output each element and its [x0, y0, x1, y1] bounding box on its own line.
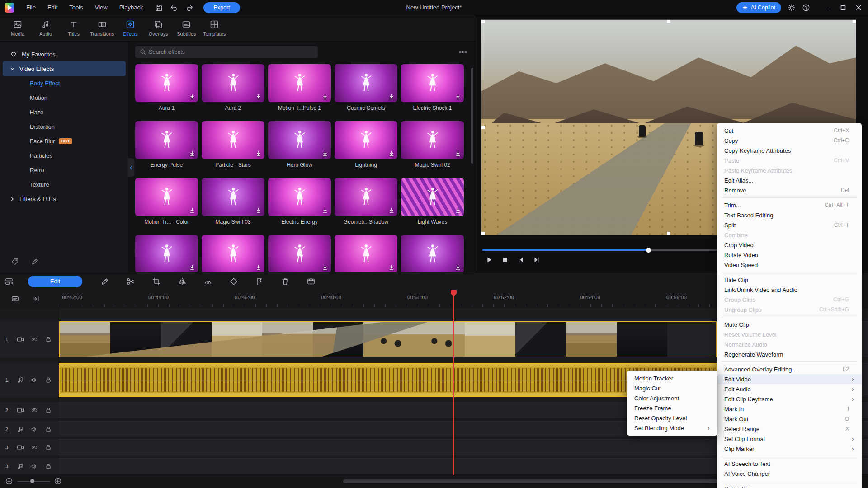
lock-icon[interactable]	[45, 463, 52, 470]
tab-audio[interactable]: Audio	[32, 20, 60, 37]
context-menu-item[interactable]: Combine	[717, 230, 862, 240]
minimize-button[interactable]	[821, 2, 835, 14]
context-menu-item[interactable]: Paste Ctrl+V	[717, 155, 862, 165]
selection-handle[interactable]	[667, 232, 670, 235]
context-menu-item[interactable]: Regenerate Waveform	[717, 349, 862, 359]
context-menu-item[interactable]: AI Voice Changer	[717, 469, 862, 479]
next-frame-button[interactable]	[533, 256, 541, 264]
effect-card[interactable]: Magic Swirl 02	[401, 121, 464, 168]
speed-icon[interactable]	[203, 277, 212, 286]
context-menu-item[interactable]: Split Ctrl+T	[717, 220, 862, 230]
context-menu-item[interactable]: Remove Del	[717, 185, 862, 195]
timeline-zoom-slider[interactable]	[17, 481, 50, 482]
context-menu-item[interactable]: Ungroup Clips Ctrl+Shift+G	[717, 305, 862, 314]
download-icon[interactable]	[322, 150, 328, 157]
sidebar-category[interactable]: Retro	[0, 163, 128, 177]
render-preview-icon[interactable]	[307, 277, 316, 286]
download-icon[interactable]	[255, 94, 262, 100]
effect-card[interactable]: Energy Pulse	[135, 121, 198, 168]
context-menu-item[interactable]: Select Range X	[717, 424, 862, 434]
download-icon[interactable]	[189, 207, 195, 214]
effect-card[interactable]	[401, 235, 464, 272]
delete-trash-icon[interactable]	[281, 277, 290, 286]
context-menu-item[interactable]: Mark In I	[717, 404, 862, 414]
marker-icon[interactable]	[255, 277, 264, 286]
download-icon[interactable]	[388, 150, 395, 157]
download-icon[interactable]	[189, 94, 195, 100]
selection-handle[interactable]	[481, 126, 485, 129]
download-icon[interactable]	[455, 150, 461, 157]
context-menu-item[interactable]: Rotate Video	[717, 250, 862, 260]
context-menu-item[interactable]: Mark Out O	[717, 414, 862, 424]
play-button[interactable]	[485, 256, 493, 264]
menubar-item[interactable]: File	[26, 4, 36, 11]
mirror-flip-icon[interactable]	[178, 277, 187, 286]
timeline-horizontal-scrollbar[interactable]	[343, 479, 720, 483]
download-icon[interactable]	[189, 150, 195, 157]
context-menu-item[interactable]: Advanced Overlay Editing... F2	[717, 364, 862, 374]
download-icon[interactable]	[455, 94, 461, 100]
tab-media[interactable]: Media	[4, 20, 32, 37]
tab-titles[interactable]: Titles	[60, 20, 88, 37]
edit-mode-button[interactable]: Edit	[28, 276, 82, 287]
eye-visibility-icon[interactable]	[31, 444, 38, 451]
context-menu-item[interactable]: Paste Keyframe Attributes	[717, 165, 862, 175]
lock-icon[interactable]	[45, 376, 52, 384]
search-input[interactable]	[135, 46, 318, 58]
context-menu-item[interactable]: Copy Keyframe Attributes	[717, 145, 862, 155]
timeline-view-icon[interactable]	[11, 295, 19, 303]
tab-transitions[interactable]: Transitions	[88, 20, 116, 37]
context-menu-item[interactable]: AI Speech to Text	[717, 459, 862, 469]
seekbar-knob[interactable]	[646, 248, 651, 253]
submenu-item[interactable]: Magic Cut	[627, 383, 717, 393]
effect-card[interactable]	[202, 235, 264, 272]
effect-card[interactable]: Lightning	[335, 121, 397, 168]
tab-overlays[interactable]: Overlays	[144, 20, 172, 37]
submenu-item[interactable]: Freeze Frame	[627, 403, 717, 413]
context-menu-item[interactable]	[722, 361, 857, 362]
eye-visibility-icon[interactable]	[31, 407, 38, 414]
context-menu-item[interactable]	[722, 456, 857, 456]
effect-card[interactable]: Cosmic Comets	[335, 64, 397, 111]
draw-pen-icon[interactable]	[100, 277, 109, 286]
previous-frame-button[interactable]	[517, 256, 525, 264]
effect-card[interactable]: Particle - Stars	[202, 121, 264, 168]
context-menu-item[interactable]: Edit Video	[717, 374, 862, 384]
selected-audio-clip[interactable]	[59, 363, 717, 397]
effect-card[interactable]: Magic Swirl 03	[202, 178, 264, 225]
download-icon[interactable]	[455, 264, 461, 271]
submenu-item[interactable]: Set Blending Mode	[627, 423, 717, 433]
effect-card[interactable]	[268, 235, 331, 272]
menubar-item[interactable]: View	[95, 4, 108, 11]
zoom-knob[interactable]	[30, 479, 34, 483]
context-menu-item[interactable]: Edit Audio	[717, 384, 862, 394]
context-menu-item[interactable]: Group Clips Ctrl+G	[717, 295, 862, 305]
effects-scrollbar[interactable]	[471, 68, 473, 164]
lock-icon[interactable]	[45, 407, 52, 414]
stop-button[interactable]	[501, 256, 509, 264]
context-menu-item[interactable]: Hide Clip	[717, 275, 862, 285]
tab-effects[interactable]: Effects	[116, 20, 144, 37]
sidebar-category[interactable]: Particles	[0, 148, 128, 163]
context-menu-item[interactable]: Trim... Ctrl+Alt+T	[717, 200, 862, 210]
effect-card[interactable]: Electric Shock 1	[401, 64, 464, 111]
effect-card[interactable]: Light Waves	[401, 178, 464, 225]
context-menu-item[interactable]: Video Speed	[717, 260, 862, 270]
submenu-item[interactable]: Reset Opacity Level	[627, 413, 717, 423]
selection-handle[interactable]	[481, 20, 485, 23]
effect-card[interactable]: Hero Glow	[268, 121, 331, 168]
context-menu-item[interactable]	[722, 197, 857, 198]
effect-card[interactable]: Aura 2	[202, 64, 264, 111]
selection-handle[interactable]	[667, 20, 670, 23]
download-icon[interactable]	[322, 94, 328, 100]
selection-handle[interactable]	[481, 232, 485, 235]
effect-card[interactable]	[335, 235, 397, 272]
tag-icon[interactable]	[11, 258, 19, 266]
edit-pen-icon[interactable]	[31, 258, 39, 266]
sidebar-category[interactable]: Motion	[0, 90, 128, 105]
lock-icon[interactable]	[45, 444, 52, 451]
close-button[interactable]	[852, 2, 865, 14]
submenu-item[interactable]: Color Adjustment	[627, 393, 717, 403]
export-button[interactable]: Export	[203, 2, 240, 13]
lock-icon[interactable]	[45, 426, 52, 433]
